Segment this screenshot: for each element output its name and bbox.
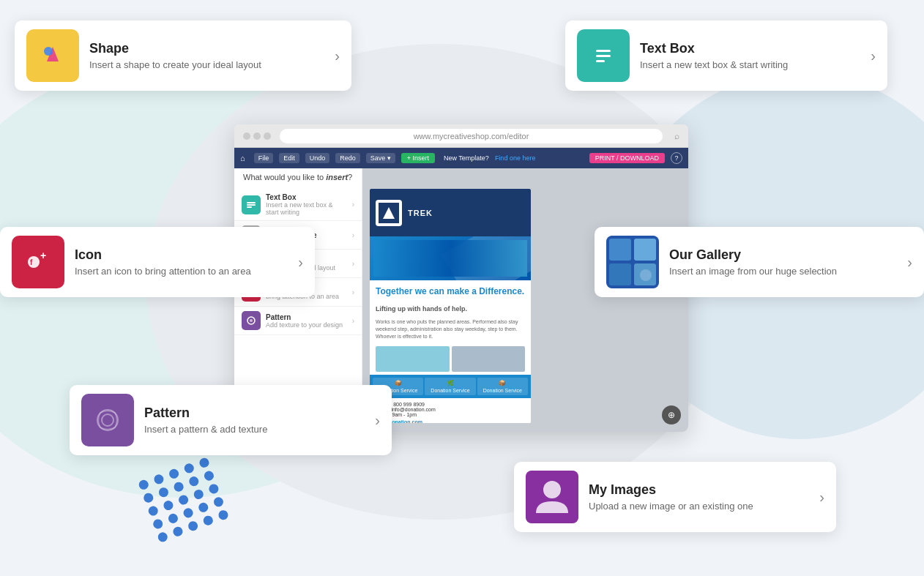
shape-card-icon bbox=[26, 29, 79, 82]
flyer-headline-text: Together we can make a Difference. bbox=[376, 286, 525, 296]
flyer-phone: Phone: 800 999 8909 bbox=[376, 402, 525, 407]
flyer-email: Email: info@donation.com bbox=[376, 407, 525, 412]
svg-point-19 bbox=[640, 269, 652, 281]
textbox-card-icon bbox=[577, 29, 630, 82]
svg-point-2 bbox=[44, 47, 53, 56]
toolbar-file-btn[interactable]: File bbox=[254, 153, 274, 163]
svg-rect-15 bbox=[609, 239, 631, 261]
myimages-card-text: My Images Upload a new image or an exist… bbox=[589, 482, 802, 512]
browser-traffic-lights bbox=[243, 130, 274, 143]
gallery-card-desc: Insert an image from our huge selection bbox=[669, 266, 890, 277]
sidebar-pattern-text: Pattern Add texture to your design bbox=[266, 313, 343, 329]
card-myimages[interactable]: My Images Upload a new image or an exist… bbox=[514, 462, 836, 532]
myimages-card-arrow[interactable]: › bbox=[819, 489, 824, 506]
flyer-hours: Hours: 9am - 1pm bbox=[376, 412, 525, 417]
textbox-card-desc: Insert a new text box & start writing bbox=[640, 59, 853, 70]
svg-marker-30 bbox=[383, 207, 395, 219]
textbox-card-text: Text Box Insert a new text box & start w… bbox=[640, 41, 853, 70]
toolbar-edit-btn[interactable]: Edit bbox=[279, 153, 299, 163]
toolbar-home-icon[interactable]: ⌂ bbox=[240, 154, 245, 162]
card-pattern[interactable]: Pattern Insert a pattern & add texture › bbox=[70, 385, 392, 455]
svg-rect-22 bbox=[247, 202, 256, 203]
editor-toolbar: ⌂ File Edit Undo Redo Save ▾ + Insert Ne… bbox=[234, 148, 688, 168]
flyer-img-1 bbox=[376, 346, 450, 372]
svg-rect-16 bbox=[634, 239, 656, 261]
svg-text:+: + bbox=[40, 250, 46, 261]
flyer-headline-section: Together we can make a Difference. bbox=[370, 280, 531, 302]
icon-card-arrow[interactable]: › bbox=[298, 254, 303, 271]
flyer-website: www.donation.com bbox=[376, 419, 525, 423]
svg-point-29 bbox=[250, 319, 253, 322]
card-gallery[interactable]: Our Gallery Insert an image from our hug… bbox=[595, 227, 924, 297]
flyer-logo bbox=[376, 200, 402, 226]
editor-toolbar-wrapper: ⌂ File Edit Undo Redo Save ▾ + Insert Ne… bbox=[234, 148, 688, 168]
toolbar-new-template-text: New Template? bbox=[444, 154, 489, 162]
myimages-card-desc: Upload a new image or an existing one bbox=[589, 501, 802, 512]
flyer-images bbox=[370, 343, 531, 375]
pattern-card-title: Pattern bbox=[144, 405, 357, 421]
textbox-card-title: Text Box bbox=[640, 41, 853, 56]
svg-rect-4 bbox=[596, 50, 611, 52]
svg-rect-24 bbox=[247, 206, 252, 208]
pattern-card-desc: Insert a pattern & add texture bbox=[144, 424, 357, 435]
toolbar-insert-btn[interactable]: + Insert bbox=[401, 153, 435, 163]
toolbar-undo-btn[interactable]: Undo bbox=[305, 153, 330, 163]
card-icon[interactable]: f + Icon Insert an icon to bring attenti… bbox=[0, 227, 315, 297]
flyer-brand: TREK bbox=[408, 209, 433, 217]
flyer-service-2: 🌿 Donation Service bbox=[425, 378, 475, 395]
toolbar-print-btn[interactable]: PRINT / DOWNLOAD bbox=[589, 153, 665, 163]
sidebar-insert-textbox[interactable]: Text Box Insert a new text box & start w… bbox=[234, 189, 362, 221]
zoom-button[interactable]: ⊕ bbox=[662, 405, 681, 424]
gallery-card-arrow[interactable]: › bbox=[907, 254, 912, 271]
browser-url-bar[interactable]: www.mycreativeshop.com/editor bbox=[280, 129, 663, 143]
toolbar-save-btn[interactable]: Save ▾ bbox=[366, 153, 395, 163]
svg-rect-23 bbox=[247, 204, 256, 206]
pattern-card-icon bbox=[81, 394, 134, 446]
sidebar-insert-pattern[interactable]: Pattern Add texture to your design › bbox=[234, 307, 362, 335]
card-shape[interactable]: Shape Insert a shape to create your idea… bbox=[15, 20, 351, 91]
flyer-img-2 bbox=[452, 346, 526, 372]
flyer-footer: 📦 Donation Service 🌿 Donation Service 📦 … bbox=[370, 375, 531, 398]
toolbar-find-one-link[interactable]: Find one here bbox=[495, 154, 536, 162]
flyer-subheading: Lifting up with hands of help. bbox=[370, 302, 531, 315]
toolbar-help-icon[interactable]: ? bbox=[671, 152, 682, 164]
myimages-card-title: My Images bbox=[589, 482, 802, 498]
flyer-preview: TREK Together we can make a Difference. … bbox=[370, 189, 531, 423]
myimages-card-icon bbox=[526, 471, 578, 523]
flyer-service-3: 📦 Donation Service bbox=[477, 378, 528, 395]
gallery-card-icon bbox=[606, 236, 659, 288]
pattern-card-arrow[interactable]: › bbox=[375, 412, 380, 429]
gallery-card-text: Our Gallery Insert an image from our hug… bbox=[669, 247, 890, 277]
insert-question-text: What would you like to insert? bbox=[243, 173, 352, 182]
gallery-card-title: Our Gallery bbox=[669, 247, 890, 263]
flyer-header: TREK bbox=[370, 189, 531, 236]
flyer-contact: Phone: 800 999 8909 Email: info@donation… bbox=[370, 398, 531, 423]
shape-card-text: Shape Insert a shape to create your idea… bbox=[89, 41, 317, 70]
icon-card-icon: f + bbox=[12, 236, 64, 288]
svg-rect-5 bbox=[596, 55, 611, 57]
icon-card-title: Icon bbox=[75, 247, 280, 263]
icon-card-desc: Insert an icon to bring attention to an … bbox=[75, 266, 280, 277]
sidebar-textbox-icon bbox=[242, 195, 261, 214]
shape-card-desc: Insert a shape to create your ideal layo… bbox=[89, 59, 317, 70]
insert-panel-header: What would you like to insert? bbox=[234, 168, 362, 189]
textbox-card-arrow[interactable]: › bbox=[871, 48, 876, 64]
browser-bar: www.mycreativeshop.com/editor ⌕ bbox=[234, 124, 688, 148]
icon-card-text: Icon Insert an icon to bring attention t… bbox=[75, 247, 280, 277]
flyer-accent-strip bbox=[370, 236, 531, 280]
svg-point-21 bbox=[543, 481, 561, 498]
svg-rect-6 bbox=[596, 60, 605, 62]
svg-rect-17 bbox=[609, 263, 631, 285]
shape-card-title: Shape bbox=[89, 41, 317, 56]
browser-search-icon: ⌕ bbox=[674, 131, 679, 141]
sidebar-textbox-text: Text Box Insert a new text box & start w… bbox=[266, 193, 347, 216]
flyer-body-text: Works is one who puts the planned areas.… bbox=[370, 315, 531, 343]
shape-card-arrow[interactable]: › bbox=[335, 48, 340, 64]
flyer-logo-inner bbox=[379, 203, 399, 223]
toolbar-redo-btn[interactable]: Redo bbox=[335, 153, 360, 163]
card-textbox[interactable]: Text Box Insert a new text box & start w… bbox=[565, 20, 887, 91]
flyer-editor-area: TREK Together we can make a Difference. … bbox=[362, 168, 688, 432]
pattern-card-text: Pattern Insert a pattern & add texture bbox=[144, 405, 357, 435]
sidebar-pattern-icon bbox=[242, 311, 261, 330]
